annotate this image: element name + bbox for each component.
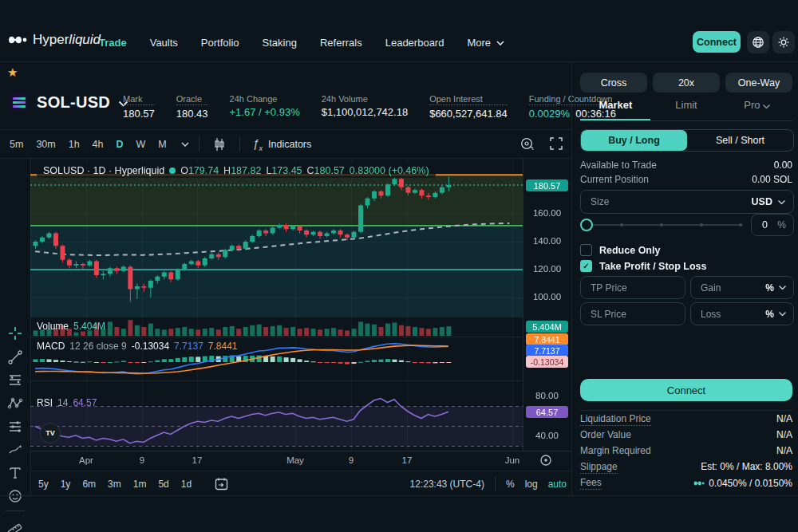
ticker-bar: SOL-USD Mark180.57 Oracle180.43 24h Chan… <box>0 85 571 129</box>
info-row-order-value: Order ValueN/A <box>580 429 792 440</box>
scroll-to-realtime-icon[interactable] <box>539 454 552 467</box>
chart-area[interactable]: SOLUSD · 1D · Hyperliquid O179.74 H187.8… <box>30 159 571 451</box>
crosshair-tool-icon[interactable] <box>7 325 23 341</box>
hyperliquid-icon <box>693 479 705 487</box>
timeframe-1m[interactable]: M <box>153 139 171 150</box>
size-unit-selector[interactable]: USD <box>752 196 785 207</box>
chevron-down-icon <box>778 200 785 204</box>
timeframe-5m[interactable]: 5m <box>5 139 28 150</box>
last-price-badge: 180.57 <box>526 179 568 191</box>
nav-item-staking[interactable]: Staking <box>263 37 297 49</box>
macd-hist-badge: -0.13034 <box>526 356 568 368</box>
gain-unit-selector[interactable]: % <box>765 282 786 294</box>
nav-item-referrals[interactable]: Referrals <box>320 37 362 49</box>
gear-icon <box>777 36 790 49</box>
sell-short-button[interactable]: Sell / Short <box>687 130 793 151</box>
range-5d[interactable]: 5d <box>158 479 168 490</box>
timeframe-1d[interactable]: D <box>112 139 128 150</box>
clock-label[interactable]: 12:23:43 (UTC-4) <box>410 479 484 490</box>
fullscreen-icon[interactable] <box>550 137 563 150</box>
size-input[interactable]: Size USD <box>580 190 794 214</box>
range-5y[interactable]: 5y <box>38 479 49 490</box>
language-globe-button[interactable] <box>747 31 769 53</box>
macd-signal-badge: 7.8441 <box>526 333 568 345</box>
candle-style-icon[interactable] <box>212 137 227 152</box>
timeframe-30m[interactable]: 30m <box>31 139 60 150</box>
range-6m[interactable]: 6m <box>82 479 96 490</box>
buy-long-button[interactable]: Buy / Long <box>581 130 687 151</box>
tab-limit[interactable]: Limit <box>651 99 722 120</box>
loss-input[interactable]: Loss % <box>690 302 794 325</box>
nav-item-portfolio[interactable]: Portfolio <box>201 37 239 49</box>
time-tick: 17 <box>192 455 203 465</box>
nav-item-vaults[interactable]: Vaults <box>150 37 178 49</box>
log-scale-toggle[interactable]: log <box>525 479 538 490</box>
size-slider[interactable] <box>580 219 743 231</box>
auto-scale-toggle[interactable]: auto <box>548 479 567 490</box>
hyperliquid-logo[interactable]: Hyperliquid <box>8 32 101 48</box>
margin-mode-button[interactable]: Cross <box>580 73 647 93</box>
coin-selector[interactable]: SOL-USD <box>10 93 128 112</box>
gain-input[interactable]: Gain % <box>690 276 794 299</box>
reduce-only-label: Reduce Only <box>599 245 660 256</box>
stat-24h-volume: 24h Volume$1,100,012,742.18 <box>322 94 408 120</box>
range-1d[interactable]: 1d <box>181 479 192 490</box>
tab-market[interactable]: Market <box>580 99 651 120</box>
info-row-slippage: SlippageEst: 0% / Max: 8.00% <box>580 461 792 474</box>
tradingview-logo[interactable]: TV <box>40 423 61 443</box>
active-tab-underline <box>580 119 650 120</box>
chevron-down-icon <box>779 286 786 290</box>
brush-tool-icon[interactable] <box>7 442 23 458</box>
go-to-date-calendar-icon[interactable] <box>215 477 228 491</box>
settings-button[interactable] <box>772 31 795 53</box>
nav-item-trade[interactable]: Trade <box>99 37 127 49</box>
price-chart-canvas[interactable] <box>30 159 571 451</box>
slider-percent-box[interactable]: 0 % <box>751 214 794 236</box>
camera-snapshot-icon[interactable] <box>520 136 535 151</box>
brand-suffix: liquid <box>69 32 101 47</box>
trend-line-tool-icon[interactable] <box>7 349 23 365</box>
time-tick: May <box>286 455 304 465</box>
price-axis[interactable]: 180.57 160.00 140.00 120.00 100.00 5.404… <box>523 159 571 451</box>
nav-item-more[interactable]: More <box>467 37 504 49</box>
slider-thumb[interactable] <box>580 219 593 231</box>
panel-connect-button[interactable]: Connect <box>580 379 792 401</box>
hyperliquid-app: Hyperliquid Trade Vaults Portfolio Staki… <box>0 0 798 532</box>
chart-toolbar: 5m 30m 1h 4h D W M ƒx Indicators <box>0 130 571 159</box>
price-tick: 140.00 <box>523 236 571 246</box>
indicators-button[interactable]: ƒx Indicators <box>253 137 312 152</box>
chevron-down-icon <box>496 41 504 45</box>
time-axis[interactable]: Apr 9 17 May 9 17 Jun <box>30 451 571 471</box>
leverage-button[interactable]: 20x <box>653 73 720 93</box>
range-1m[interactable]: 1m <box>133 479 147 490</box>
measure-ruler-tool-icon[interactable] <box>7 518 23 532</box>
time-tick: 9 <box>140 455 144 465</box>
tp-price-input[interactable]: TP Price <box>580 276 685 299</box>
connect-button[interactable]: Connect <box>693 31 741 53</box>
timeframe-menu-chevron-icon[interactable] <box>181 142 189 147</box>
timeframe-4h[interactable]: 4h <box>88 139 109 150</box>
info-row-fees: Fees 0.0450% / 0.0150% <box>580 477 792 490</box>
price-tick: 160.00 <box>523 208 571 218</box>
range-3m[interactable]: 3m <box>108 479 121 490</box>
sl-price-input[interactable]: SL Price <box>580 302 685 325</box>
position-value: 0.00 SOL <box>752 174 792 185</box>
tab-pro[interactable]: Pro <box>721 99 792 120</box>
timeframe-1h[interactable]: 1h <box>64 139 85 150</box>
loss-unit-selector[interactable]: % <box>765 309 786 320</box>
favorite-star-icon[interactable]: ★ <box>7 65 18 80</box>
timeframe-1w[interactable]: W <box>132 139 151 150</box>
nav-item-leaderboard[interactable]: Leaderboard <box>385 37 444 49</box>
emoji-tool-icon[interactable] <box>7 488 23 504</box>
globe-icon <box>752 36 764 49</box>
forecast-tool-icon[interactable] <box>7 419 23 435</box>
position-mode-button[interactable]: One-Way <box>725 73 792 93</box>
text-tool-icon[interactable] <box>7 465 23 481</box>
reduce-only-checkbox[interactable] <box>580 244 592 256</box>
time-tick: 9 <box>349 455 354 465</box>
percent-scale-toggle[interactable]: % <box>506 479 515 490</box>
tpsl-checkbox[interactable]: ✓ <box>580 260 592 272</box>
range-1y[interactable]: 1y <box>61 479 71 490</box>
fib-retracement-tool-icon[interactable] <box>7 372 23 388</box>
pattern-xabcd-tool-icon[interactable] <box>7 396 23 412</box>
